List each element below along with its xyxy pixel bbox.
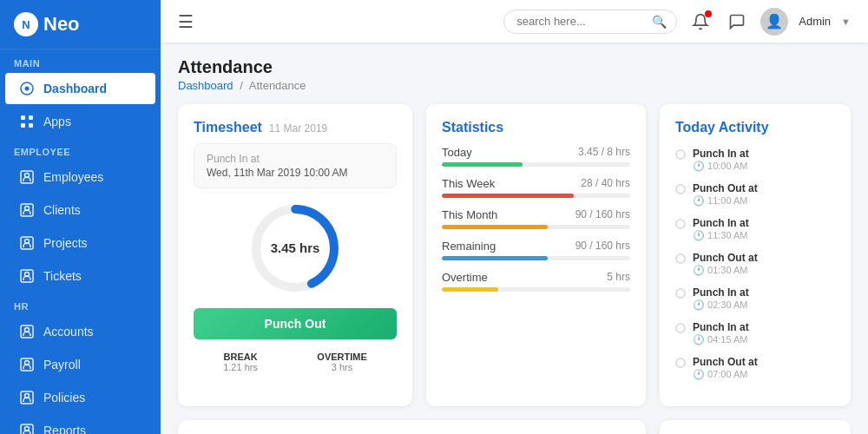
stat-value: 5 hrs <box>607 271 630 284</box>
logo: N Neo <box>0 0 161 49</box>
stat-bar-bg <box>442 194 630 198</box>
stat-bar-fill <box>442 225 548 229</box>
svg-point-9 <box>25 207 30 211</box>
user-avatar[interactable]: 👤 <box>760 8 788 36</box>
stat-bar-bg <box>442 256 630 260</box>
activity-item-2: Punch In at 🕐 11:30 AM <box>675 217 835 241</box>
user-name: Admin <box>799 15 831 28</box>
activity-label: Punch Out at <box>693 356 758 368</box>
svg-point-11 <box>25 240 30 244</box>
activity-dot <box>675 253 686 264</box>
stat-bar-bg <box>442 162 630 167</box>
stat-bar-bg <box>442 225 630 229</box>
activity-time: 🕐 10:00 AM <box>693 161 749 172</box>
stat-value: 90 / 160 hrs <box>575 208 630 221</box>
sidebar-item-policies[interactable]: Policies <box>5 382 155 413</box>
breadcrumb-home[interactable]: Dashboard <box>178 79 233 92</box>
stat-value: 28 / 40 hrs <box>581 177 630 190</box>
activity-text: Punch Out at 🕐 01:30 AM <box>693 252 758 276</box>
statistics-card: Statistics Today 3.45 / 8 hrs This Week … <box>426 104 646 406</box>
messages-button[interactable] <box>724 9 750 35</box>
activity-items: Punch In at 🕐 10:00 AM Punch Out at 🕐 11… <box>675 148 835 380</box>
punch-in-box: Punch In at Wed, 11th Mar 2019 10:00 AM <box>194 143 397 188</box>
header: ☰ 🔍 👤 Admin ▼ <box>161 0 868 43</box>
stat-label: Overtime <box>442 271 488 284</box>
svg-point-21 <box>25 427 30 431</box>
chevron-down-icon[interactable]: ▼ <box>841 16 851 27</box>
reports-icon <box>19 423 35 434</box>
notification-dot <box>705 10 712 17</box>
clients-icon <box>19 202 35 218</box>
sidebar: N Neo Main Dashboard Apps Employee Em <box>0 0 161 434</box>
activity-label: Punch In at <box>693 217 749 229</box>
sidebar-item-clients[interactable]: Clients <box>5 194 155 226</box>
activity-text: Punch In at 🕐 11:30 AM <box>693 217 749 241</box>
stat-label: This Week <box>442 177 495 190</box>
activity-label: Punch In at <box>693 321 749 333</box>
punch-in-time: Wed, 11th Mar 2019 10:00 AM <box>207 167 384 179</box>
search-input[interactable] <box>516 15 647 28</box>
timesheet-card: Timesheet 11 Mar 2019 Punch In at Wed, 1… <box>178 104 412 406</box>
apps-icon <box>19 114 35 129</box>
sidebar-item-projects[interactable]: Projects <box>5 227 155 259</box>
payroll-icon <box>19 357 35 372</box>
bottom-row: Attendance List Daily Records <box>178 420 851 434</box>
sidebar-item-dashboard[interactable]: Dashboard <box>5 73 155 104</box>
sidebar-item-apps[interactable]: Apps <box>5 106 155 137</box>
today-activity-title: Today Activity <box>675 120 835 135</box>
activity-dot <box>675 358 686 368</box>
stat-row-this-week: This Week 28 / 40 hrs <box>442 177 630 198</box>
stat-value: 90 / 160 hrs <box>575 240 630 253</box>
breadcrumb-current: Attendance <box>249 79 306 92</box>
stat-row-remaining: Remaining 90 / 160 hrs <box>442 240 630 260</box>
stat-label: This Month <box>442 208 497 221</box>
activity-text: Punch In at 🕐 10:00 AM <box>693 148 749 172</box>
svg-rect-2 <box>21 115 25 120</box>
svg-point-13 <box>25 273 30 277</box>
activity-time: 🕐 04:15 AM <box>693 334 749 345</box>
svg-point-15 <box>25 328 30 332</box>
donut-chart-wrapper: 3.45 hrs <box>194 201 397 296</box>
main-content: ☰ 🔍 👤 Admin ▼ Attendance <box>161 0 868 434</box>
page-title: Attendance <box>178 57 851 77</box>
activity-time: 🕐 01:30 AM <box>693 265 758 276</box>
today-activity-card: Today Activity Punch In at 🕐 10:00 AM Pu… <box>660 104 851 406</box>
stat-bar-bg <box>442 287 630 292</box>
sidebar-item-accounts[interactable]: Accounts <box>5 316 155 347</box>
breadcrumb-separator: / <box>240 79 243 92</box>
search-icon[interactable]: 🔍 <box>652 15 667 29</box>
stats-rows: Today 3.45 / 8 hrs This Week 28 / 40 hrs… <box>442 146 630 292</box>
statistics-title: Statistics <box>442 120 630 135</box>
tickets-icon <box>19 268 35 284</box>
sidebar-item-employees[interactable]: Employees <box>5 161 155 193</box>
hamburger-button[interactable]: ☰ <box>178 11 194 32</box>
accounts-icon <box>19 324 35 339</box>
activity-time: 🕐 11:30 AM <box>693 230 749 241</box>
activity-item-3: Punch Out at 🕐 01:30 AM <box>675 252 835 276</box>
sidebar-item-payroll[interactable]: Payroll <box>5 349 155 380</box>
activity-label: Punch Out at <box>693 182 758 194</box>
sidebar-item-reports[interactable]: Reports <box>5 415 155 434</box>
stat-row-this-month: This Month 90 / 160 hrs <box>442 208 630 229</box>
svg-rect-20 <box>21 424 33 434</box>
break-info: BREAK 1.21 hrs <box>223 352 258 372</box>
activity-dot <box>675 323 686 333</box>
cards-row: Timesheet 11 Mar 2019 Punch In at Wed, 1… <box>178 104 851 406</box>
punch-in-label: Punch In at <box>207 153 384 165</box>
daily-records-card: Daily Records <box>660 420 851 434</box>
activity-item-0: Punch In at 🕐 10:00 AM <box>675 148 835 172</box>
activity-label: Punch Out at <box>693 252 758 264</box>
svg-point-17 <box>25 361 30 365</box>
stat-row-overtime: Overtime 5 hrs <box>442 271 630 292</box>
projects-icon <box>19 235 35 251</box>
stat-bar-fill <box>442 256 548 260</box>
sidebar-item-tickets[interactable]: Tickets <box>5 260 155 292</box>
svg-rect-3 <box>29 115 33 120</box>
activity-text: Punch Out at 🕐 07:00 AM <box>693 356 758 380</box>
employees-icon <box>19 169 35 185</box>
activity-dot <box>675 288 686 299</box>
activity-item-5: Punch In at 🕐 04:15 AM <box>675 321 835 345</box>
punch-out-button[interactable]: Punch Out <box>194 308 397 339</box>
notifications-button[interactable] <box>687 9 713 35</box>
svg-point-7 <box>25 174 30 178</box>
